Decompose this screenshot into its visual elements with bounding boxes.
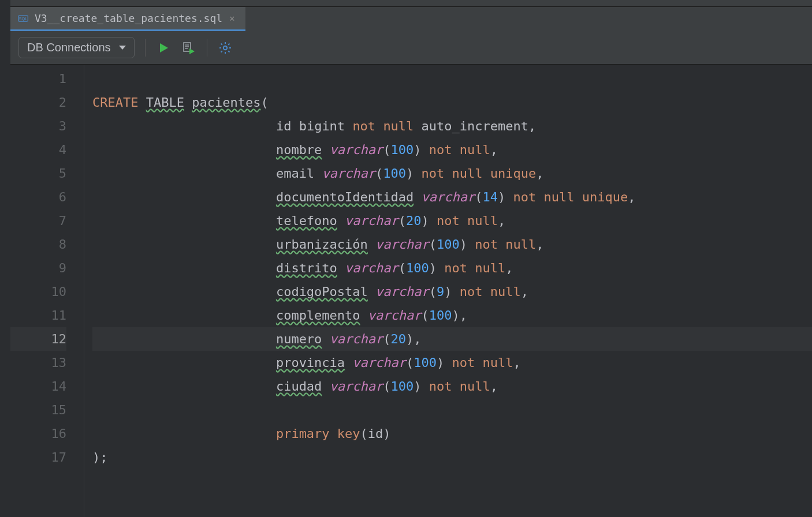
line-number: 10: [10, 280, 66, 304]
line-number: 3: [10, 114, 66, 138]
code-line[interactable]: codigoPostal varchar(9) not null,: [92, 280, 812, 304]
code-line[interactable]: telefono varchar(20) not null,: [92, 209, 812, 233]
svg-point-6: [223, 46, 226, 49]
line-number: 7: [10, 209, 66, 233]
code-content[interactable]: CREATE TABLE pacientes( id bigint not nu…: [84, 65, 812, 517]
code-line[interactable]: nombre varchar(100) not null,: [92, 138, 812, 162]
line-number: 9: [10, 256, 66, 280]
code-line[interactable]: [92, 67, 812, 91]
code-editor[interactable]: 1234567891011121314151617 CREATE TABLE p…: [10, 65, 812, 517]
line-number: 16: [10, 422, 66, 445]
code-line[interactable]: primary key(id): [92, 422, 812, 445]
code-line[interactable]: ciudad varchar(100) not null,: [92, 374, 812, 398]
code-line[interactable]: id bigint not null auto_increment,: [92, 114, 812, 138]
chevron-down-icon: [119, 46, 126, 50]
line-number: 5: [10, 162, 66, 185]
code-line[interactable]: distrito varchar(100) not null,: [92, 256, 812, 280]
gear-icon[interactable]: [218, 40, 233, 55]
line-number: 11: [10, 304, 66, 327]
separator: [145, 39, 146, 57]
code-line[interactable]: numero varchar(20),: [92, 327, 812, 351]
close-icon[interactable]: ✕: [228, 13, 236, 24]
line-number: 1: [10, 67, 66, 91]
file-tab[interactable]: SQL V3__create_table_pacientes.sql ✕: [10, 7, 245, 31]
line-number: 15: [10, 398, 66, 422]
code-line[interactable]: provincia varchar(100) not null,: [92, 351, 812, 374]
top-strip: [10, 0, 812, 7]
line-number-gutter: 1234567891011121314151617: [10, 65, 84, 517]
code-line[interactable]: urbanización varchar(100) not null,: [92, 233, 812, 256]
tab-bar: SQL V3__create_table_pacientes.sql ✕: [10, 7, 812, 31]
line-number: 12: [10, 327, 66, 351]
line-number: 8: [10, 233, 66, 256]
svg-line-12: [228, 51, 229, 52]
code-line[interactable]: complemento varchar(100),: [92, 304, 812, 327]
code-line[interactable]: documentoIdentidad varchar(14) not null …: [92, 185, 812, 209]
code-line[interactable]: email varchar(100) not null unique,: [92, 162, 812, 185]
svg-text:SQL: SQL: [18, 16, 27, 21]
line-number: 17: [10, 445, 66, 469]
sql-file-icon: SQL: [17, 13, 29, 24]
svg-line-11: [221, 43, 222, 44]
db-connections-dropdown[interactable]: DB Connections: [18, 37, 135, 58]
toolbar: DB Connections: [10, 31, 812, 65]
editor-window: SQL V3__create_table_pacientes.sql ✕ DB …: [0, 0, 812, 517]
line-number: 2: [10, 91, 66, 114]
line-number: 14: [10, 374, 66, 398]
tab-filename: V3__create_table_pacientes.sql: [35, 12, 222, 24]
run-script-icon[interactable]: [181, 40, 196, 55]
separator: [207, 39, 207, 57]
svg-line-14: [228, 43, 229, 44]
line-number: 4: [10, 138, 66, 162]
code-line[interactable]: [92, 398, 812, 422]
db-connections-label: DB Connections: [27, 41, 111, 54]
line-number: 6: [10, 185, 66, 209]
run-icon[interactable]: [156, 40, 171, 55]
svg-line-13: [221, 51, 222, 52]
code-line[interactable]: CREATE TABLE pacientes(: [92, 91, 812, 114]
line-number: 13: [10, 351, 66, 374]
code-line[interactable]: );: [92, 445, 812, 469]
